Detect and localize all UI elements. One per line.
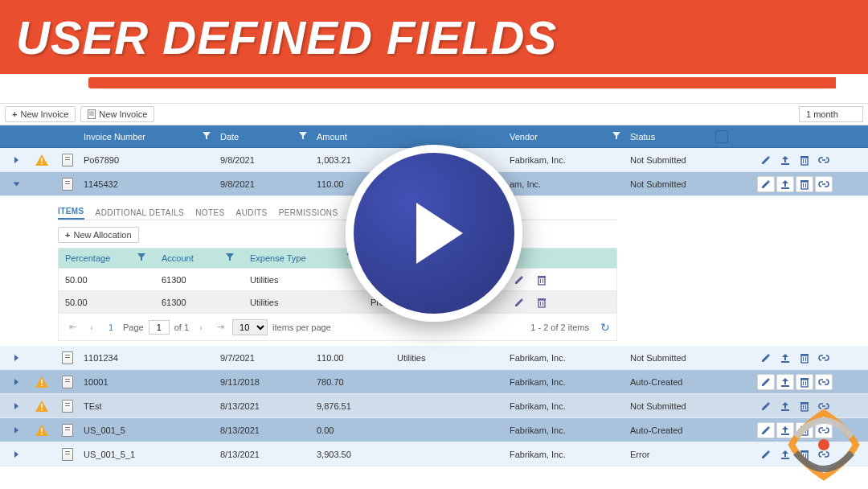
tab-notes[interactable]: NOTES [195, 208, 224, 220]
edit-button[interactable] [757, 350, 775, 366]
new-allocation-label: New Allocation [73, 230, 131, 240]
pager-size-select[interactable]: 10 [232, 319, 268, 335]
delete-button[interactable] [533, 272, 551, 288]
svg-rect-51 [801, 428, 808, 435]
new-allocation-button[interactable]: + New Allocation [58, 227, 139, 243]
pager-next[interactable]: › [194, 323, 208, 332]
table-row[interactable]: TEst8/13/20219,876.51Fabrikam, Inc.Not S… [0, 394, 868, 418]
svg-rect-26 [781, 361, 789, 363]
table-row[interactable]: US_001_5_18/13/20213,903.50Fabrikam, Inc… [0, 442, 868, 466]
document-icon[interactable] [62, 400, 73, 413]
delete-button[interactable] [796, 176, 813, 192]
link-button[interactable] [815, 422, 833, 438]
edit-button[interactable] [757, 398, 775, 414]
refresh-icon[interactable]: ↻ [600, 321, 610, 334]
delete-button[interactable] [796, 374, 813, 390]
link-button[interactable] [815, 152, 833, 168]
pager-first[interactable]: ⇤ [65, 322, 80, 332]
upload-button[interactable] [776, 152, 794, 168]
tab-additional-details[interactable]: ADDITIONAL DETAILS [96, 208, 185, 220]
expand-icon[interactable] [14, 157, 18, 163]
new-invoice-template-button[interactable]: New Invoice [80, 106, 154, 122]
expand-icon[interactable] [14, 403, 18, 409]
document-icon[interactable] [62, 376, 73, 388]
upload-button[interactable] [776, 422, 794, 438]
col-invoice-number[interactable]: Invoice Number [77, 132, 214, 142]
svg-rect-13 [801, 182, 808, 189]
alloc-col-percentage[interactable]: Percentage [59, 253, 155, 263]
expand-icon[interactable] [14, 427, 18, 434]
link-button[interactable] [815, 398, 833, 414]
filter-icon[interactable] [199, 132, 214, 142]
table-row[interactable]: 100019/11/2018780.70Fabrikam, Inc.Auto-C… [0, 370, 868, 394]
expand-icon[interactable] [14, 355, 18, 361]
pager-last[interactable]: ⇥ [213, 322, 227, 332]
expand-icon[interactable] [14, 451, 18, 458]
svg-rect-33 [41, 384, 43, 386]
edit-button[interactable] [757, 422, 775, 438]
edit-button[interactable] [510, 272, 528, 288]
svg-rect-27 [801, 355, 808, 363]
edit-button[interactable] [757, 374, 775, 390]
edit-button[interactable] [757, 446, 775, 462]
filter-applied-icon[interactable] [715, 130, 728, 143]
document-icon[interactable] [62, 448, 73, 461]
table-row[interactable]: 11012349/7/2021110.00UtilitiesFabrikam, … [0, 346, 868, 370]
link-button[interactable] [815, 374, 833, 390]
allocation-row[interactable]: 50.0061300UtilitiesAdministrati [58, 269, 617, 291]
delete-button[interactable] [796, 152, 813, 168]
delete-button[interactable] [796, 446, 813, 462]
edit-button[interactable] [757, 152, 775, 168]
col-amount[interactable]: Amount [310, 132, 391, 142]
svg-rect-32 [41, 380, 43, 384]
expand-icon[interactable] [14, 379, 18, 385]
plus-icon: + [12, 109, 17, 119]
delete-button[interactable] [796, 350, 813, 366]
delete-button[interactable] [796, 422, 813, 438]
filter-icon[interactable] [609, 132, 624, 142]
cell-status: Not Submitted [624, 353, 728, 363]
document-icon[interactable] [62, 351, 73, 364]
upload-button[interactable] [776, 350, 794, 366]
delete-button[interactable] [533, 294, 551, 310]
table-row[interactable]: US_001_58/13/20210.00Fabrikam, Inc.Auto-… [0, 418, 868, 442]
expand-icon[interactable] [13, 182, 19, 186]
tab-audits[interactable]: AUDITS [236, 208, 268, 220]
cell-vendor: am, Inc. [503, 179, 624, 189]
document-icon[interactable] [62, 178, 73, 191]
cell-amount: 0.00 [310, 425, 391, 435]
new-invoice-button[interactable]: + New Invoice [5, 106, 76, 122]
upload-button[interactable] [776, 176, 794, 192]
play-video-button[interactable] [346, 145, 522, 322]
document-icon[interactable] [62, 154, 73, 166]
pager-page-input[interactable] [149, 320, 170, 335]
filter-icon[interactable] [223, 253, 237, 263]
upload-button[interactable] [776, 398, 794, 414]
alloc-cell-account: 61300 [155, 275, 244, 285]
pager-page-label: Page [123, 323, 144, 332]
cell-invoice-number: TEst [77, 401, 214, 411]
filter-icon[interactable] [134, 253, 149, 263]
delete-button[interactable] [796, 398, 813, 414]
alloc-col-account[interactable]: Account [155, 253, 244, 263]
link-button[interactable] [815, 446, 833, 462]
filter-icon[interactable] [296, 132, 310, 142]
upload-button[interactable] [776, 446, 794, 462]
link-button[interactable] [815, 176, 833, 192]
cell-date: 8/13/2021 [214, 450, 310, 459]
allocation-row[interactable]: 50.0061300UtilitiesProduction [58, 291, 617, 314]
col-date[interactable]: Date [214, 132, 310, 142]
link-button[interactable] [815, 350, 833, 366]
edit-button[interactable] [510, 294, 528, 310]
upload-button[interactable] [776, 374, 794, 390]
alloc-col-expense-type[interactable]: Expense Type [244, 253, 364, 263]
edit-button[interactable] [757, 176, 775, 192]
col-vendor[interactable]: Vendor [503, 132, 624, 142]
period-dropdown[interactable]: 1 month [799, 106, 863, 122]
tab-items[interactable]: ITEMS [58, 207, 84, 220]
pager-prev[interactable]: ‹ [84, 323, 99, 332]
app-canvas: USER DEFINED FIELDS + New Invoice New In… [0, 0, 868, 489]
col-status[interactable]: Status [624, 130, 728, 143]
tab-permissions[interactable]: PERMISSIONS [279, 208, 338, 220]
document-icon[interactable] [62, 424, 73, 437]
